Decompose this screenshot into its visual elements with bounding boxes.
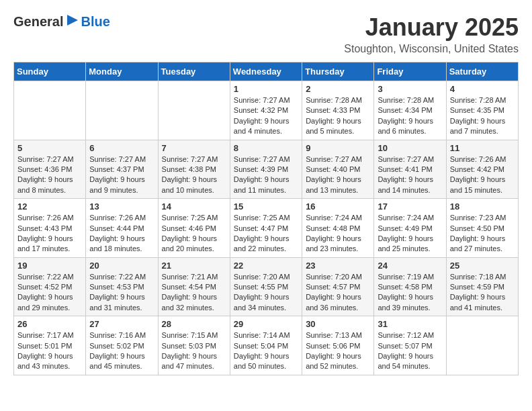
daylight-text: Daylight: 9 hours and 54 minutes. bbox=[378, 352, 433, 370]
calendar-cell: 14 Sunrise: 7:25 AM Sunset: 4:46 PM Dayl… bbox=[158, 199, 230, 258]
day-number: 2 bbox=[306, 84, 370, 94]
calendar-cell: 31 Sunrise: 7:12 AM Sunset: 5:07 PM Dayl… bbox=[374, 316, 446, 375]
daylight-text: Daylight: 9 hours and 25 minutes. bbox=[378, 234, 433, 253]
calendar-cell bbox=[86, 81, 158, 140]
calendar-cell: 19 Sunrise: 7:22 AM Sunset: 4:52 PM Dayl… bbox=[14, 257, 86, 316]
sunrise-text: Sunrise: 7:27 AM bbox=[17, 155, 74, 163]
weekday-header-sunday: Sunday bbox=[14, 62, 86, 81]
daylight-text: Daylight: 9 hours and 4 minutes. bbox=[234, 117, 290, 135]
sunset-text: Sunset: 4:38 PM bbox=[162, 165, 216, 173]
cell-content: Sunrise: 7:26 AM Sunset: 4:42 PM Dayligh… bbox=[450, 154, 515, 196]
sunset-text: Sunset: 4:53 PM bbox=[89, 283, 144, 291]
calendar-cell: 27 Sunrise: 7:16 AM Sunset: 5:02 PM Dayl… bbox=[86, 316, 158, 375]
sunset-text: Sunset: 4:52 PM bbox=[17, 283, 72, 291]
calendar-cell: 29 Sunrise: 7:14 AM Sunset: 5:04 PM Dayl… bbox=[230, 316, 302, 375]
calendar-cell: 8 Sunrise: 7:27 AM Sunset: 4:39 PM Dayli… bbox=[230, 140, 302, 199]
daylight-text: Daylight: 9 hours and 52 minutes. bbox=[306, 352, 361, 370]
daylight-text: Daylight: 9 hours and 5 minutes. bbox=[306, 117, 361, 135]
sunset-text: Sunset: 4:44 PM bbox=[89, 224, 144, 232]
calendar-cell bbox=[14, 81, 86, 140]
cell-content: Sunrise: 7:27 AM Sunset: 4:38 PM Dayligh… bbox=[162, 154, 226, 196]
sunrise-text: Sunrise: 7:24 AM bbox=[378, 214, 434, 222]
day-number: 27 bbox=[89, 319, 154, 329]
logo-general-text: General bbox=[13, 14, 63, 30]
location-title: Stoughton, Wisconsin, United States bbox=[344, 43, 519, 55]
cell-content: Sunrise: 7:27 AM Sunset: 4:37 PM Dayligh… bbox=[89, 154, 154, 196]
weekday-header-thursday: Thursday bbox=[302, 62, 374, 81]
day-number: 5 bbox=[17, 143, 82, 153]
cell-content: Sunrise: 7:28 AM Sunset: 4:35 PM Dayligh… bbox=[450, 95, 515, 137]
daylight-text: Daylight: 9 hours and 10 minutes. bbox=[162, 175, 218, 193]
daylight-text: Daylight: 9 hours and 20 minutes. bbox=[162, 234, 218, 253]
cell-content: Sunrise: 7:23 AM Sunset: 4:50 PM Dayligh… bbox=[450, 213, 515, 255]
sunset-text: Sunset: 4:49 PM bbox=[378, 224, 432, 232]
sunrise-text: Sunrise: 7:22 AM bbox=[89, 273, 146, 281]
sunrise-text: Sunrise: 7:17 AM bbox=[17, 331, 74, 339]
sunrise-text: Sunrise: 7:21 AM bbox=[162, 273, 218, 281]
sunset-text: Sunset: 5:02 PM bbox=[89, 342, 144, 350]
day-number: 20 bbox=[89, 261, 154, 271]
daylight-text: Daylight: 9 hours and 41 minutes. bbox=[450, 293, 506, 311]
daylight-text: Daylight: 9 hours and 23 minutes. bbox=[306, 234, 361, 253]
cell-content: Sunrise: 7:24 AM Sunset: 4:49 PM Dayligh… bbox=[378, 213, 442, 255]
sunrise-text: Sunrise: 7:28 AM bbox=[306, 96, 362, 104]
cell-content: Sunrise: 7:13 AM Sunset: 5:06 PM Dayligh… bbox=[306, 330, 370, 372]
daylight-text: Daylight: 9 hours and 6 minutes. bbox=[378, 117, 433, 135]
sunrise-text: Sunrise: 7:28 AM bbox=[450, 96, 506, 104]
weekday-header-monday: Monday bbox=[86, 62, 158, 81]
sunset-text: Sunset: 5:04 PM bbox=[234, 342, 288, 350]
day-number: 4 bbox=[450, 84, 515, 94]
title-block: January 2025 Stoughton, Wisconsin, Unite… bbox=[344, 13, 519, 55]
daylight-text: Daylight: 9 hours and 13 minutes. bbox=[306, 175, 361, 193]
day-number: 31 bbox=[378, 319, 442, 329]
daylight-text: Daylight: 9 hours and 8 minutes. bbox=[17, 175, 73, 193]
calendar-cell: 28 Sunrise: 7:15 AM Sunset: 5:03 PM Dayl… bbox=[158, 316, 230, 375]
sunset-text: Sunset: 4:40 PM bbox=[306, 165, 360, 173]
daylight-text: Daylight: 9 hours and 47 minutes. bbox=[162, 352, 218, 370]
sunset-text: Sunset: 4:33 PM bbox=[306, 106, 360, 114]
day-number: 13 bbox=[89, 201, 154, 212]
day-number: 18 bbox=[450, 201, 515, 212]
sunset-text: Sunset: 4:59 PM bbox=[450, 283, 504, 291]
sunset-text: Sunset: 4:35 PM bbox=[450, 106, 504, 114]
calendar-cell: 5 Sunrise: 7:27 AM Sunset: 4:36 PM Dayli… bbox=[14, 140, 86, 199]
page-header: General Blue January 2025 Stoughton, Wis… bbox=[13, 13, 519, 55]
sunrise-text: Sunrise: 7:25 AM bbox=[234, 214, 290, 222]
weekday-header-row: SundayMondayTuesdayWednesdayThursdayFrid… bbox=[14, 62, 519, 81]
sunrise-text: Sunrise: 7:28 AM bbox=[378, 96, 434, 104]
sunset-text: Sunset: 4:34 PM bbox=[378, 106, 432, 114]
day-number: 28 bbox=[162, 319, 226, 329]
cell-content: Sunrise: 7:25 AM Sunset: 4:46 PM Dayligh… bbox=[162, 213, 226, 255]
calendar-cell: 2 Sunrise: 7:28 AM Sunset: 4:33 PM Dayli… bbox=[302, 81, 374, 140]
sunrise-text: Sunrise: 7:14 AM bbox=[234, 331, 290, 339]
day-number: 19 bbox=[17, 261, 82, 271]
daylight-text: Daylight: 9 hours and 22 minutes. bbox=[234, 234, 290, 253]
calendar-cell: 6 Sunrise: 7:27 AM Sunset: 4:37 PM Dayli… bbox=[86, 140, 158, 199]
cell-content: Sunrise: 7:26 AM Sunset: 4:43 PM Dayligh… bbox=[17, 213, 82, 255]
sunrise-text: Sunrise: 7:26 AM bbox=[17, 214, 74, 222]
day-number: 12 bbox=[17, 201, 82, 212]
cell-content: Sunrise: 7:28 AM Sunset: 4:33 PM Dayligh… bbox=[306, 95, 370, 137]
sunrise-text: Sunrise: 7:20 AM bbox=[306, 273, 362, 281]
sunrise-text: Sunrise: 7:13 AM bbox=[306, 331, 362, 339]
cell-content: Sunrise: 7:19 AM Sunset: 4:58 PM Dayligh… bbox=[378, 272, 442, 314]
day-number: 7 bbox=[162, 143, 226, 153]
calendar-cell bbox=[158, 81, 230, 140]
daylight-text: Daylight: 9 hours and 50 minutes. bbox=[234, 352, 290, 370]
sunset-text: Sunset: 4:57 PM bbox=[306, 283, 360, 291]
day-number: 10 bbox=[378, 143, 442, 153]
day-number: 25 bbox=[450, 261, 515, 271]
sunset-text: Sunset: 4:47 PM bbox=[234, 224, 288, 232]
day-number: 29 bbox=[234, 319, 298, 329]
calendar-cell: 30 Sunrise: 7:13 AM Sunset: 5:06 PM Dayl… bbox=[302, 316, 374, 375]
logo-flag-icon bbox=[64, 13, 81, 30]
daylight-text: Daylight: 9 hours and 17 minutes. bbox=[17, 234, 73, 253]
calendar-week-row: 12 Sunrise: 7:26 AM Sunset: 4:43 PM Dayl… bbox=[14, 199, 519, 258]
cell-content: Sunrise: 7:21 AM Sunset: 4:54 PM Dayligh… bbox=[162, 272, 226, 314]
day-number: 15 bbox=[234, 201, 298, 212]
daylight-text: Daylight: 9 hours and 11 minutes. bbox=[234, 175, 290, 193]
sunset-text: Sunset: 4:36 PM bbox=[17, 165, 72, 173]
cell-content: Sunrise: 7:27 AM Sunset: 4:40 PM Dayligh… bbox=[306, 154, 370, 196]
daylight-text: Daylight: 9 hours and 31 minutes. bbox=[89, 293, 145, 311]
day-number: 23 bbox=[306, 261, 370, 271]
